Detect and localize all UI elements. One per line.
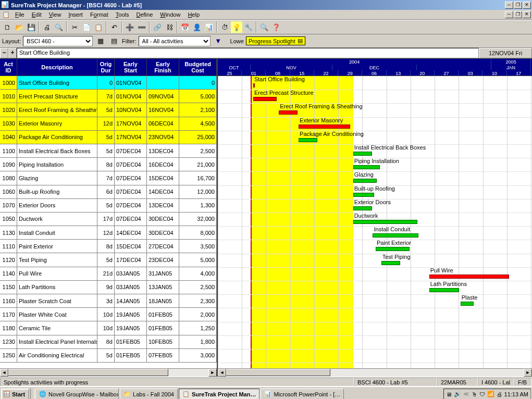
col-header-desc[interactable]: Description	[17, 59, 97, 76]
menu-file[interactable]: File	[11, 10, 28, 19]
table-row[interactable]: 1120Test Piping5d17DEC0423DEC045,000	[0, 253, 217, 267]
gantt-bar[interactable]	[253, 97, 277, 101]
table-row[interactable]: 1250Air Conditioning Electrical5d01FEB05…	[0, 349, 217, 363]
gantt-hscroll[interactable]: ◄ ►	[218, 368, 532, 377]
tray-clock[interactable]: 11:13 AM	[504, 391, 528, 397]
help-button[interactable]: ❓	[270, 21, 282, 33]
mdi-close-button[interactable]: ✕	[523, 11, 531, 18]
spotlight-icon[interactable]: 💡	[231, 21, 242, 33]
col-header-bc[interactable]: Budgeted Cost	[179, 59, 217, 76]
table-row[interactable]: 1080Glazing7d07DEC0415DEC0416,700	[0, 171, 217, 185]
print-button[interactable]: 🖨	[41, 21, 53, 33]
table-row[interactable]: 1170Plaster White Coat10d19JAN0501FEB052…	[0, 308, 217, 321]
table-row[interactable]: 1160Plaster Scratch Coat3d14JAN0518JAN05…	[0, 294, 217, 308]
menu-define[interactable]: Define	[132, 10, 156, 19]
minimize-button[interactable]: ─	[505, 2, 513, 9]
gantt-bar[interactable]	[353, 165, 380, 169]
gantt-bar[interactable]	[429, 275, 509, 279]
col-header-actid[interactable]: Act ID	[0, 59, 17, 76]
menu-format[interactable]: Format	[86, 10, 112, 19]
mdi-minimize-button[interactable]: ─	[505, 11, 513, 18]
gantt-timeline-header[interactable]: 20042005OCTNOVDECJAN25010815222906132027…	[218, 59, 532, 76]
save-button[interactable]: 💾	[26, 21, 37, 33]
funnel-icon[interactable]: ▼	[213, 35, 224, 47]
paste-button[interactable]: 📋	[93, 21, 104, 33]
table-row[interactable]: 1130Install Conduit12d14DEC0430DEC048,00…	[0, 226, 217, 240]
col-header-ef[interactable]: Early Finish	[147, 59, 179, 76]
progress-spotlight-indicator[interactable]: Progress Spotlight ▤	[246, 36, 305, 45]
scroll-right-button[interactable]: ►	[208, 369, 217, 377]
table-row[interactable]: 1150Lath Partitions9d03JAN0513JAN052,500	[0, 281, 217, 294]
timer-icon[interactable]: ⏱	[219, 21, 230, 33]
cut-button[interactable]: ✂	[69, 21, 80, 33]
gantt-bar[interactable]	[353, 193, 375, 197]
table-row[interactable]: 1040Package Air Conditioning5d17NOV0423N…	[0, 131, 217, 144]
open-button[interactable]: 📂	[14, 21, 25, 33]
close-button[interactable]: ✕	[523, 2, 531, 9]
gantt-bar[interactable]	[353, 220, 417, 224]
col-header-dur[interactable]: Orig Dur	[97, 59, 115, 76]
preview-button[interactable]: 🔍	[53, 21, 65, 33]
system-tray[interactable]: 🖥 🔊 ≪ 🖱 🛡 📶 🖨 11:13 AM	[443, 389, 531, 400]
tray-icon[interactable]: 🖥	[446, 391, 452, 397]
table-row[interactable]: 1180Ceramic Tile10d19JAN0501FEB051,250	[0, 321, 217, 335]
unlink-button[interactable]: ⛓	[164, 21, 175, 33]
start-button[interactable]: 🪟 Start	[1, 389, 29, 400]
menu-tools[interactable]: Tools	[112, 10, 133, 19]
table-row[interactable]: 1010Erect Precast Structure7d01NOV0409NO…	[0, 90, 217, 103]
tool-button[interactable]: 🔧	[243, 21, 254, 33]
undo-button[interactable]: ↶	[108, 21, 120, 33]
gantt-bar[interactable]	[429, 288, 459, 292]
layout-select[interactable]: BSCI 460 -	[23, 36, 93, 46]
delete-button[interactable]: ➖	[136, 21, 147, 33]
tray-icon[interactable]: 🖱	[472, 391, 477, 397]
table-row[interactable]: 1020Erect Roof Framing & Sheathing5d10NO…	[0, 103, 217, 117]
table-row[interactable]: 1100Install Electrical Back Boxes5d07DEC…	[0, 144, 217, 158]
taskbar-task[interactable]: 📊Microsoft PowerPoint - […	[261, 389, 344, 400]
gantt-bar[interactable]	[299, 124, 350, 129]
copy-button[interactable]: 📄	[81, 21, 92, 33]
layout-btn-1[interactable]: ▦	[95, 35, 106, 47]
gantt-bar[interactable]	[373, 233, 418, 238]
tray-icon[interactable]: 🖨	[497, 391, 502, 397]
gantt-chart-body[interactable]: Start Office BuildingErect Precast Struc…	[218, 76, 532, 368]
gantt-bar[interactable]	[381, 261, 400, 265]
update-button[interactable]: 📊	[203, 21, 215, 33]
gantt-bar[interactable]	[253, 83, 255, 88]
menu-edit[interactable]: Edit	[28, 10, 45, 19]
plus-button[interactable]: +	[8, 48, 17, 58]
gantt-bar[interactable]	[461, 302, 474, 306]
taskbar-task[interactable]: 🌐Novell GroupWise - Mailbox	[35, 389, 119, 400]
insert-button[interactable]: ➕	[124, 21, 135, 33]
table-hscroll[interactable]: ◄ ►	[0, 368, 217, 377]
table-row[interactable]: 1050Ductwork17d07DEC0430DEC0432,000	[0, 213, 217, 226]
table-row[interactable]: 1060Built-up Roofing6d07DEC0414DEC0412,0…	[0, 185, 217, 199]
schedule-button[interactable]: 📅	[179, 21, 191, 33]
menu-help[interactable]: Help	[184, 10, 203, 19]
tray-icon[interactable]: 🔊	[454, 391, 461, 397]
table-row[interactable]: 1000Start Office Building001NOV040	[0, 76, 217, 90]
gantt-bar[interactable]	[353, 152, 372, 156]
table-row[interactable]: 1090Piping Installation8d07DEC0416DEC042…	[0, 158, 217, 171]
table-body[interactable]: 1000Start Office Building001NOV0401010Er…	[0, 76, 217, 368]
new-button[interactable]: 🗋	[2, 21, 13, 33]
maximize-button[interactable]: ❐	[514, 2, 522, 9]
gantt-bar[interactable]	[299, 138, 317, 142]
gantt-bar[interactable]	[376, 247, 410, 251]
filter-select[interactable]: All - All activities	[139, 36, 211, 46]
col-header-es[interactable]: Early Start	[115, 59, 147, 76]
menu-window[interactable]: Window	[156, 10, 184, 19]
gantt-scroll-right[interactable]: ►	[524, 369, 532, 377]
tray-icon[interactable]: 📶	[487, 391, 494, 397]
table-row[interactable]: 1030Exterior Masonry12d17NOV0406DEC044,5…	[0, 117, 217, 131]
gantt-bar[interactable]	[279, 110, 298, 115]
layout-btn-2[interactable]: ▤	[108, 35, 120, 47]
taskbar-task[interactable]: 📋SureTrak Project Man…	[179, 389, 260, 400]
scroll-left-button[interactable]: ◄	[0, 369, 8, 377]
gantt-bar[interactable]	[353, 206, 372, 210]
activity-input[interactable]: Start Office Building	[17, 48, 479, 58]
table-row[interactable]: 1230Install Electrical Panel Internals8d…	[0, 335, 217, 349]
mdi-restore-button[interactable]: ❐	[514, 11, 522, 18]
menu-view[interactable]: View	[45, 10, 65, 19]
gantt-scroll-left[interactable]: ◄	[218, 369, 226, 377]
